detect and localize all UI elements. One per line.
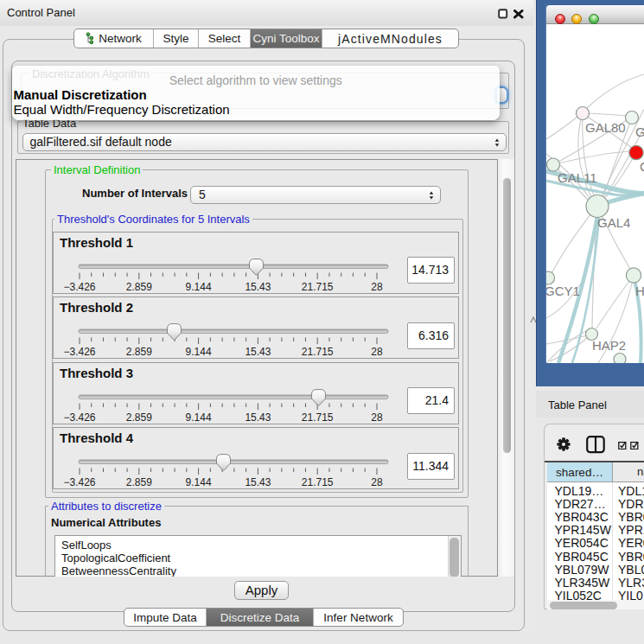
svg-text:15.43: 15.43 [245,476,271,488]
svg-text:GCY1: GCY1 [546,284,580,298]
svg-text:21.715: 21.715 [302,280,334,292]
svg-text:HAP2: HAP2 [592,338,626,353]
svg-text:2.859: 2.859 [126,346,152,358]
svg-text:28: 28 [371,411,383,423]
svg-text:GAL4: GAL4 [597,215,630,230]
svg-text:21.715: 21.715 [302,411,334,423]
svg-text:2.859: 2.859 [126,280,152,292]
svg-text:9.144: 9.144 [186,476,212,488]
svg-text:15.43: 15.43 [245,346,271,358]
svg-text:GA: GA [635,124,644,139]
svg-text:H: H [635,284,644,298]
svg-text:28: 28 [371,476,383,488]
svg-text:2.859: 2.859 [126,476,152,488]
svg-text:−3.426: −3.426 [63,476,95,488]
svg-text:−3.426: −3.426 [63,411,95,423]
svg-text:GAL11: GAL11 [558,170,597,185]
svg-text:−3.426: −3.426 [63,280,95,292]
svg-text:2.859: 2.859 [126,411,152,423]
svg-text:28: 28 [371,346,383,358]
svg-text:28: 28 [371,280,383,292]
svg-text:15.43: 15.43 [245,280,271,292]
svg-text:−3.426: −3.426 [63,346,95,358]
svg-text:21.715: 21.715 [302,346,334,358]
svg-text:9.144: 9.144 [186,346,212,358]
svg-text:GAL80: GAL80 [585,119,626,134]
svg-text:C: C [640,159,644,174]
svg-text:9.144: 9.144 [186,411,212,423]
svg-text:15.43: 15.43 [245,411,271,423]
svg-text:9.144: 9.144 [186,280,212,292]
svg-text:21.715: 21.715 [302,476,334,488]
